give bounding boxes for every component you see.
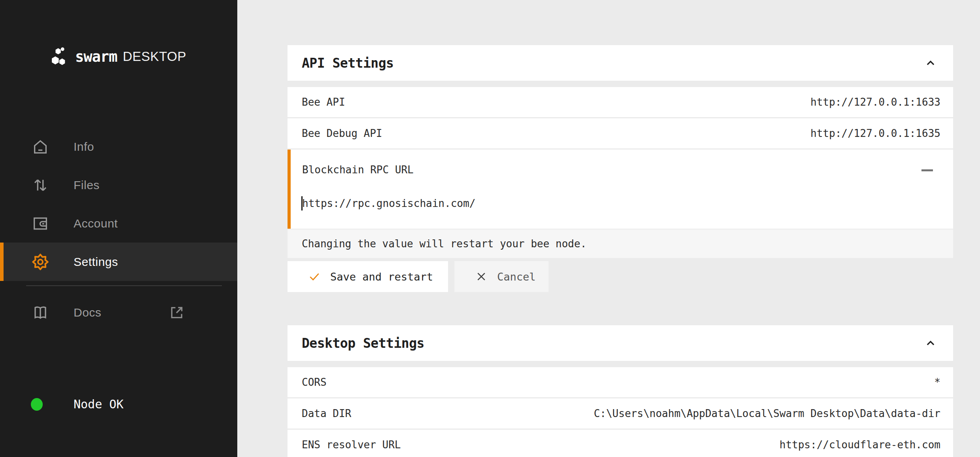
sidebar-item-label: Files bbox=[74, 178, 100, 192]
chevron-up-icon[interactable] bbox=[925, 337, 936, 349]
gear-icon bbox=[31, 253, 49, 271]
node-status: Node OK bbox=[0, 385, 237, 423]
settings-page: API Settings Bee API http://127.0.0.1:16… bbox=[237, 0, 980, 457]
collapse-row-button[interactable] bbox=[921, 165, 933, 175]
setting-value: * bbox=[934, 376, 940, 388]
sidebar-item-files[interactable]: Files bbox=[0, 166, 237, 204]
close-icon bbox=[475, 270, 488, 283]
setting-row-ens-resolver-url[interactable]: ENS resolver URL https://cloudflare-eth.… bbox=[288, 430, 953, 457]
cancel-button-label: Cancel bbox=[497, 271, 536, 283]
cancel-button[interactable]: Cancel bbox=[454, 261, 549, 292]
sidebar-item-label: Account bbox=[74, 217, 118, 230]
desktop-settings-header[interactable]: Desktop Settings bbox=[288, 325, 953, 361]
sidebar-item-settings[interactable]: Settings bbox=[0, 243, 237, 281]
restart-notice-text: Changing the value will restart your bee… bbox=[302, 238, 586, 250]
book-icon bbox=[31, 303, 49, 322]
save-and-restart-button[interactable]: Save and restart bbox=[288, 261, 448, 292]
api-settings-header[interactable]: API Settings bbox=[288, 45, 953, 81]
rpc-url-value: https://rpc.gnosischain.com/ bbox=[302, 197, 475, 209]
setting-value: https://cloudflare-eth.com bbox=[779, 439, 940, 451]
brand-variant: DESKTOP bbox=[123, 49, 186, 64]
setting-row-bee-api[interactable]: Bee API http://127.0.0.1:1633 bbox=[288, 87, 953, 117]
transfer-arrows-icon bbox=[31, 176, 49, 194]
chevron-up-icon[interactable] bbox=[925, 57, 936, 69]
setting-value: http://127.0.0.1:1635 bbox=[810, 127, 940, 139]
wallet-icon bbox=[31, 214, 49, 233]
app-logo: swarm DESKTOP bbox=[50, 47, 186, 66]
section-title: API Settings bbox=[302, 55, 394, 71]
active-indicator bbox=[0, 243, 4, 281]
sidebar-divider bbox=[26, 285, 222, 286]
setting-label: Bee API bbox=[302, 96, 345, 108]
sidebar-item-info[interactable]: Info bbox=[0, 127, 237, 166]
home-icon bbox=[31, 138, 49, 156]
setting-label: Data DIR bbox=[302, 408, 351, 419]
check-icon bbox=[308, 270, 321, 283]
swarm-desktop-app: swarm DESKTOP Info bbox=[0, 0, 980, 457]
save-button-label: Save and restart bbox=[330, 271, 433, 283]
setting-label: Blockchain RPC URL bbox=[302, 164, 414, 176]
brand-name: swarm bbox=[75, 48, 117, 65]
setting-editor-blockchain-rpc-url: Blockchain RPC URL https://rpc.gnosischa… bbox=[288, 150, 953, 229]
restart-notice: Changing the value will restart your bee… bbox=[288, 229, 953, 258]
status-label: Node OK bbox=[74, 397, 123, 411]
status-dot-icon bbox=[31, 398, 43, 411]
setting-row-data-dir[interactable]: Data DIR C:\Users\noahm\AppData\Local\Sw… bbox=[288, 398, 953, 429]
section-title: Desktop Settings bbox=[302, 336, 424, 351]
setting-row-bee-debug-api[interactable]: Bee Debug API http://127.0.0.1:1635 bbox=[288, 118, 953, 148]
external-link-icon bbox=[168, 293, 186, 332]
sidebar-item-label: Settings bbox=[74, 255, 118, 269]
rpc-url-input[interactable]: https://rpc.gnosischain.com/ bbox=[301, 196, 475, 210]
setting-label: Bee Debug API bbox=[302, 127, 382, 139]
sidebar: swarm DESKTOP Info bbox=[0, 0, 237, 457]
swarm-logo-icon bbox=[50, 47, 68, 66]
setting-row-cors[interactable]: CORS * bbox=[288, 367, 953, 397]
setting-value: http://127.0.0.1:1633 bbox=[810, 96, 940, 108]
setting-label: CORS bbox=[302, 376, 327, 388]
setting-value: C:\Users\noahm\AppData\Local\Swarm Deskt… bbox=[594, 408, 940, 419]
sidebar-item-docs[interactable]: Docs bbox=[0, 293, 237, 332]
sidebar-item-account[interactable]: Account bbox=[0, 204, 237, 243]
setting-label: ENS resolver URL bbox=[302, 439, 401, 451]
sidebar-nav: Info Files bbox=[0, 127, 237, 281]
minus-icon bbox=[921, 169, 933, 171]
sidebar-item-label: Docs bbox=[74, 306, 101, 319]
sidebar-item-label: Info bbox=[74, 140, 94, 154]
